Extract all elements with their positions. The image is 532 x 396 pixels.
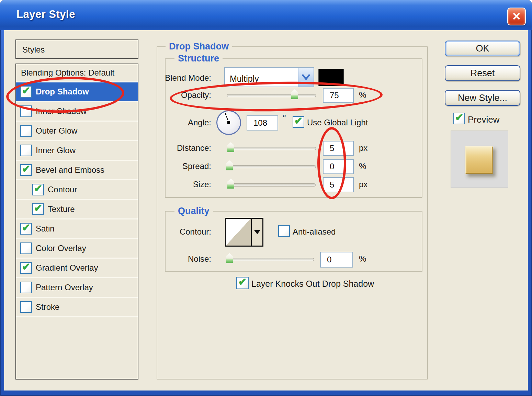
check-icon: ✔: [22, 223, 30, 233]
contour-picker[interactable]: [225, 218, 263, 247]
title-bar[interactable]: Layer Style ✕: [0, 0, 532, 30]
sidebar-item-label: Bevel and Emboss: [36, 165, 104, 175]
sidebar-item-contour[interactable]: ✔ Contour: [16, 180, 138, 200]
sidebar-item-texture[interactable]: ✔ Texture: [16, 200, 138, 219]
contour-dropdown-arrow[interactable]: [251, 219, 262, 246]
reset-button-label: Reset: [471, 68, 495, 79]
ok-button-label: OK: [476, 43, 489, 54]
chevron-down-icon[interactable]: [298, 68, 314, 87]
angle-label: Angle:: [136, 118, 211, 127]
styles-list: Blending Options: Default ✔ Drop Shadow …: [15, 64, 138, 380]
sidebar-item-color-overlay[interactable]: Color Overlay: [16, 239, 138, 259]
spread-label: Spread:: [136, 161, 211, 171]
spread-unit: %: [359, 161, 366, 171]
blend-mode-dropdown[interactable]: Multiply: [224, 67, 314, 87]
sidebar-item-label: Contour: [48, 185, 77, 194]
color-overlay-checkbox[interactable]: [20, 242, 32, 254]
inner-glow-checkbox[interactable]: [20, 145, 32, 156]
sidebar-item-gradient-overlay[interactable]: ✔ Gradient Overlay: [16, 259, 138, 278]
distance-input[interactable]: [323, 141, 354, 156]
sidebar-item-inner-shadow[interactable]: Inner Shadow: [16, 102, 138, 122]
sidebar-item-label: Satin: [36, 224, 55, 234]
texture-checkbox[interactable]: ✔: [32, 203, 44, 215]
sidebar-item-label: Texture: [48, 204, 75, 214]
anti-aliased-label: Anti-aliased: [293, 227, 336, 237]
preview-label: Preview: [468, 114, 499, 125]
sidebar-item-label: Color Overlay: [36, 244, 86, 253]
sidebar-item-stroke[interactable]: Stroke: [16, 298, 138, 317]
check-icon: ✔: [22, 164, 30, 174]
styles-header: Styles: [15, 39, 138, 59]
shadow-color-swatch[interactable]: [318, 69, 344, 86]
styles-header-label: Styles: [22, 45, 45, 55]
size-input[interactable]: [323, 177, 354, 192]
gradient-overlay-checkbox[interactable]: ✔: [20, 262, 32, 274]
blend-mode-label: Blend Mode:: [136, 73, 211, 83]
spread-input[interactable]: [323, 159, 354, 174]
new-style-button-label: New Style...: [458, 93, 507, 103]
sidebar-item-label: Stroke: [36, 302, 59, 312]
sidebar-item-label: Inner Shadow: [36, 106, 87, 116]
bevel-emboss-checkbox[interactable]: ✔: [20, 164, 32, 176]
check-icon: ✔: [238, 277, 247, 287]
size-unit: px: [359, 180, 367, 189]
opacity-unit: %: [359, 90, 366, 100]
sidebar-item-label: Gradient Overlay: [36, 263, 98, 273]
size-slider-track[interactable]: [227, 183, 316, 186]
triangle-down-icon: [254, 230, 260, 234]
blend-mode-value: Multiply: [230, 74, 259, 84]
distance-slider-track[interactable]: [227, 147, 316, 150]
check-icon: ✔: [455, 112, 463, 123]
sidebar-item-satin[interactable]: ✔ Satin: [16, 219, 138, 239]
sidebar-item-label: Outer Glow: [36, 126, 77, 136]
sidebar-item-label: Inner Glow: [36, 146, 76, 155]
opacity-label: Opacity:: [136, 90, 211, 100]
sidebar-item-inner-glow[interactable]: Inner Glow: [16, 141, 138, 161]
pattern-overlay-checkbox[interactable]: [20, 282, 32, 293]
close-button[interactable]: ✕: [507, 8, 526, 25]
anti-aliased-checkbox[interactable]: [278, 225, 290, 237]
angle-unit: °: [282, 113, 286, 124]
layer-knocks-out-label: Layer Knocks Out Drop Shadow: [251, 279, 374, 289]
outer-glow-checkbox[interactable]: [20, 125, 32, 137]
preview-thumbnail: [451, 131, 508, 188]
window-title: Layer Style: [16, 8, 75, 21]
layer-style-dialog: Layer Style ✕ Styles Blending Options: D…: [0, 0, 532, 396]
angle-dial[interactable]: [216, 110, 241, 135]
contour-thumbnail: [226, 219, 251, 246]
sidebar-item-drop-shadow[interactable]: ✔ Drop Shadow: [16, 82, 138, 102]
inner-shadow-checkbox[interactable]: [20, 105, 32, 117]
reset-button[interactable]: Reset: [445, 65, 520, 81]
contour-label: Contour:: [136, 227, 211, 237]
check-icon: ✔: [34, 203, 42, 213]
angle-needle-icon: [217, 111, 240, 134]
sidebar-item-blending-options[interactable]: Blending Options: Default: [16, 64, 138, 82]
contour-checkbox[interactable]: ✔: [32, 184, 44, 195]
check-icon: ✔: [22, 86, 30, 96]
satin-checkbox[interactable]: ✔: [20, 223, 32, 235]
layer-knocks-out-checkbox[interactable]: ✔: [236, 277, 249, 289]
distance-unit: px: [359, 143, 367, 153]
noise-unit: %: [359, 254, 366, 264]
drop-shadow-checkbox[interactable]: ✔: [20, 86, 32, 98]
angle-input[interactable]: [247, 115, 278, 131]
style-preview-swatch: [465, 146, 493, 174]
sidebar-item-label: Blending Options: Default: [21, 68, 114, 78]
distance-label: Distance:: [136, 143, 211, 153]
use-global-light-checkbox[interactable]: ✔: [293, 116, 304, 128]
ok-button[interactable]: OK: [445, 41, 520, 56]
preview-checkbox[interactable]: ✔: [453, 113, 465, 124]
opacity-slider-track[interactable]: [227, 94, 316, 97]
check-icon: ✔: [294, 116, 303, 126]
sidebar-item-pattern-overlay[interactable]: Pattern Overlay: [16, 278, 138, 298]
noise-input[interactable]: [320, 252, 353, 268]
sidebar-item-outer-glow[interactable]: Outer Glow: [16, 122, 138, 141]
opacity-input[interactable]: [323, 88, 354, 103]
new-style-button[interactable]: New Style...: [445, 90, 520, 106]
stroke-checkbox[interactable]: [20, 301, 32, 313]
sidebar-item-bevel-and-emboss[interactable]: ✔ Bevel and Emboss: [16, 161, 138, 180]
noise-slider-track[interactable]: [227, 258, 314, 261]
close-icon: ✕: [512, 10, 521, 23]
spread-slider-track[interactable]: [227, 165, 316, 168]
use-global-light-label: Use Global Light: [307, 118, 368, 127]
